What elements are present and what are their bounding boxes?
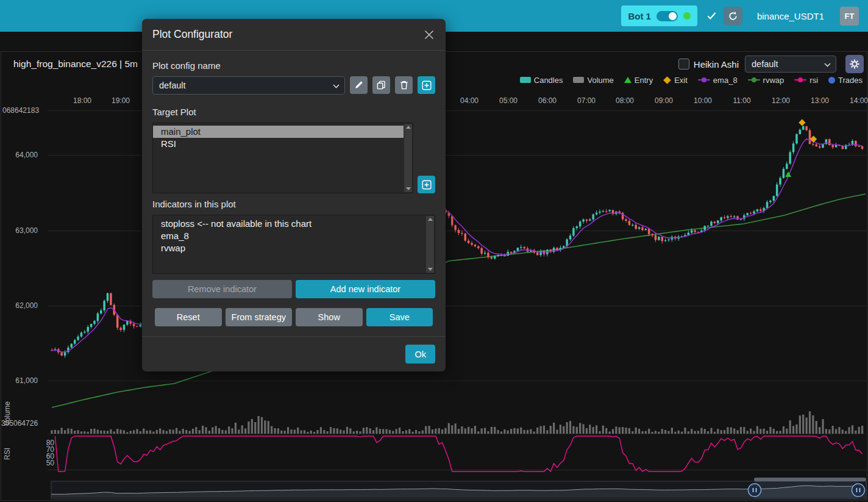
svg-text:18:00: 18:00 (73, 96, 91, 105)
plus-icon (422, 81, 432, 90)
pencil-icon (354, 81, 363, 90)
svg-text:61,000: 61,000 (15, 376, 38, 385)
trash-icon (400, 81, 408, 90)
circle-marker-icon (828, 77, 835, 84)
target-plot-option[interactable]: RSI (153, 138, 404, 150)
svg-text:62,000: 62,000 (15, 301, 38, 310)
legend-label: Volume (587, 76, 613, 85)
indicator-option[interactable]: stoploss <-- not available in this chart (153, 218, 425, 230)
svg-text:Volume: Volume (3, 401, 12, 426)
svg-text:63,000: 63,000 (15, 226, 38, 235)
svg-text:05:00: 05:00 (499, 96, 518, 105)
indicator-actions-row: Remove indicator Add new indicator (152, 280, 435, 298)
modal-header: Plot Configurator (142, 19, 446, 51)
svg-text:14:00: 14:00 (850, 96, 868, 105)
legend-item-entry[interactable]: Entry (624, 76, 653, 85)
scroll-up-icon[interactable] (428, 218, 433, 221)
refresh-button[interactable] (724, 7, 742, 26)
indicators-label: Indicators in this plot (152, 199, 435, 209)
scroll-down-icon[interactable] (428, 268, 433, 271)
diamond-marker-icon (663, 76, 671, 84)
copy-icon (377, 81, 386, 90)
svg-text:13:00: 13:00 (811, 96, 829, 105)
svg-text:10:00: 10:00 (694, 96, 712, 105)
close-icon (424, 30, 434, 40)
svg-text:12:00: 12:00 (772, 96, 790, 105)
line-marker-icon (698, 79, 710, 81)
add-new-indicator-button[interactable]: Add new indicator (296, 280, 435, 298)
config-name-select[interactable]: default (152, 76, 345, 95)
add-subplot-button[interactable] (418, 176, 435, 193)
modal-title: Plot Configurator (152, 28, 232, 41)
datazoom-handle[interactable] (852, 484, 865, 497)
listbox-scrollbar[interactable] (404, 124, 412, 192)
legend-label: Entry (635, 76, 653, 85)
bot-toggle[interactable] (656, 11, 678, 21)
freqtrade-logo-button[interactable]: FT (840, 7, 859, 26)
svg-text:19:00: 19:00 (112, 96, 130, 105)
plus-icon (422, 180, 432, 190)
chart-title: high_frog_binance_v226 | 5m (13, 59, 138, 70)
listbox-scrollbar[interactable] (426, 216, 434, 273)
heikin-ashi-label: Heikin Ashi (694, 59, 739, 70)
chevron-down-icon (824, 59, 831, 69)
heikin-ashi-checkbox[interactable] (678, 59, 689, 70)
svg-text:08:00: 08:00 (616, 96, 634, 105)
legend-label: Exit (674, 76, 688, 85)
bot-name-label: Bot 1 (628, 11, 651, 21)
svg-text:06:00: 06:00 (538, 96, 557, 105)
datazoom-handle[interactable] (749, 484, 761, 497)
ok-button[interactable]: Ok (405, 345, 435, 364)
toggle-knob (669, 12, 677, 20)
svg-text:09:00: 09:00 (655, 96, 673, 105)
bot-online-indicator (683, 12, 691, 20)
scrollbar-thumb[interactable] (754, 478, 866, 481)
indicator-option[interactable]: rvwap (153, 242, 425, 254)
svg-text:07:00: 07:00 (577, 96, 596, 105)
delete-config-button[interactable] (395, 76, 413, 94)
edit-config-button[interactable] (350, 76, 368, 94)
legend-item-exit[interactable]: Exit (663, 76, 688, 85)
plot-config-gear-button[interactable] (845, 55, 864, 73)
from-strategy-button[interactable]: From strategy (226, 308, 293, 326)
bot-selector[interactable]: Bot 1 (621, 5, 697, 26)
modal-footer: Ok (142, 336, 446, 371)
plot-config-select-value: default (752, 59, 778, 69)
triangle-marker-icon (624, 77, 631, 83)
target-plot-listbox[interactable]: main_plotRSI (152, 123, 413, 193)
scroll-down-icon[interactable] (406, 187, 411, 190)
reset-button[interactable]: Reset (155, 308, 222, 326)
save-button[interactable]: Save (366, 308, 433, 326)
modal-body: Plot config name default (142, 51, 446, 336)
legend-label: Candles (534, 76, 563, 85)
close-button[interactable] (423, 29, 435, 41)
legend-label: rsi (809, 76, 818, 85)
legend-item-trades[interactable]: Trades (828, 76, 863, 85)
duplicate-config-button[interactable] (372, 76, 390, 94)
legend-label: rvwap (763, 76, 784, 85)
legend-item-volume[interactable]: Volume (573, 76, 613, 85)
plot-configurator-modal: Plot Configurator Plot config name defau… (142, 19, 446, 371)
legend-label: Trades (838, 76, 863, 85)
indicators-listbox[interactable]: stoploss <-- not available in this chart… (152, 215, 435, 274)
bot-instance-name: binance_USDT1 (757, 11, 824, 21)
config-actions-row: Reset From strategy Show Save (152, 308, 435, 326)
chart-controls: Heikin Ashi default (678, 55, 864, 73)
line-marker-icon (748, 79, 760, 81)
legend-item-ema_8[interactable]: ema_8 (698, 76, 738, 85)
scroll-up-icon[interactable] (406, 126, 411, 129)
indicator-option[interactable]: ema_8 (153, 230, 425, 242)
legend-item-candles[interactable]: Candles (520, 76, 563, 85)
svg-text:64,000: 64,000 (15, 151, 38, 159)
plot-config-name-label: Plot config name (152, 60, 435, 71)
legend-item-rvwap[interactable]: rvwap (748, 76, 784, 85)
target-plot-option[interactable]: main_plot (153, 126, 404, 138)
show-button[interactable]: Show (296, 308, 363, 326)
svg-text:068642183: 068642183 (2, 106, 39, 115)
plot-config-select[interactable]: default (745, 56, 836, 73)
rect-marker-icon (573, 77, 584, 83)
add-config-button[interactable] (418, 76, 435, 94)
remove-indicator-button[interactable]: Remove indicator (152, 280, 292, 298)
legend-item-rsi[interactable]: rsi (794, 76, 818, 85)
legend-label: ema_8 (713, 76, 738, 85)
